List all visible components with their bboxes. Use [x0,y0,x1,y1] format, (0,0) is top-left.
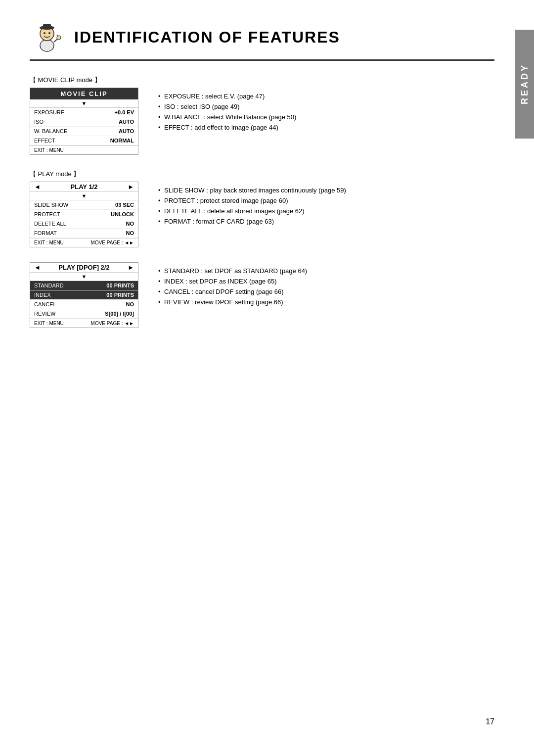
dpof-descriptions: STANDARD : set DPOF as STANDARD (page 64… [158,262,494,309]
table-row: W. BALANCE AUTO [30,127,138,136]
table-row: PROTECT UNLOCK [30,210,138,219]
dpof-menu: ◄ PLAY [DPOF] 2/2 ► ▼ STANDARD 00 PRINTS… [30,262,138,328]
table-row: SLIDE SHOW 03 SEC [30,200,138,210]
character-icon [30,20,64,54]
row-value: AUTO [119,128,134,134]
movie-clip-footer: EXIT : MENU [30,145,138,154]
row-value: 03 SEC [115,202,134,208]
footer-exit: EXIT : MENU [34,321,64,326]
movie-clip-desc-list: EXPOSURE : select E.V. (page 47) ISO : s… [158,93,494,131]
row-value: NO [126,301,134,307]
list-item: FORMAT : format CF CARD (page 63) [158,218,494,225]
nav-left-arrow: ◄ [34,264,41,271]
table-row: EFFECT NORMAL [30,136,138,145]
list-item: DELETE ALL : delete all stored images (p… [158,207,494,215]
row-label: W. BALANCE [34,128,67,134]
play-menu: ◄ PLAY 1/2 ► ▼ SLIDE SHOW 03 SEC PROTECT… [30,182,138,247]
table-row: FORMAT NO [30,229,138,238]
play-section-label: 【 PLAY mode 】 [30,170,494,179]
footer-move: MOVE PAGE : ◄► [91,321,134,326]
row-value: NO [126,221,134,227]
movie-clip-section-label: 【 MOVIE CLIP mode 】 [30,76,494,85]
page-title: IDENTIFICATION OF FEATURES [74,28,340,47]
row-label: INDEX [34,292,51,298]
nav-right-arrow: ► [128,183,134,190]
nav-left-arrow: ◄ [34,183,41,190]
row-value: UNLOCK [111,211,134,217]
row-label: SLIDE SHOW [34,202,68,208]
row-label: ISO [34,119,44,125]
nav-right-arrow: ► [128,264,134,271]
footer-exit: EXIT : MENU [34,147,64,153]
movie-clip-menu-box: MOVIE CLIP ▼ EXPOSURE +0.0 EV ISO AUTO W… [30,88,138,155]
row-value: 00 PRINTS [106,292,134,298]
dpof-menu-header-nav: ◄ PLAY [DPOF] 2/2 ► [30,263,138,273]
play-desc-list: SLIDE SHOW : play back stored images con… [158,187,494,225]
page-header: IDENTIFICATION OF FEATURES [30,20,494,61]
table-row: DELETE ALL NO [30,219,138,229]
list-item: INDEX : set DPOF as INDEX (page 65) [158,278,494,285]
dpof-arrow: ▼ [30,273,138,281]
row-label: DELETE ALL [34,221,66,227]
dpof-footer: EXIT : MENU MOVE PAGE : ◄► [30,319,138,328]
movie-clip-arrow: ▼ [30,99,138,108]
play-section: ◄ PLAY 1/2 ► ▼ SLIDE SHOW 03 SEC PROTECT… [30,182,494,247]
row-label: FORMAT [34,230,57,236]
table-row: STANDARD 00 PRINTS [30,281,138,290]
table-row: INDEX 00 PRINTS [30,290,138,300]
footer-move: MOVE PAGE : ◄► [91,240,134,245]
dpof-desc-list: STANDARD : set DPOF as STANDARD (page 64… [158,267,494,306]
row-value: AUTO [119,119,134,125]
play-footer: EXIT : MENU MOVE PAGE : ◄► [30,238,138,247]
play-descriptions: SLIDE SHOW : play back stored images con… [158,182,494,228]
dpof-section: ◄ PLAY [DPOF] 2/2 ► ▼ STANDARD 00 PRINTS… [30,262,494,328]
list-item: REVIEW : review DPOF setting (page 66) [158,298,494,306]
row-label: EXPOSURE [34,109,64,115]
list-item: ISO : select ISO (page 49) [158,103,494,110]
play-menu-header-nav: ◄ PLAY 1/2 ► [30,182,138,192]
footer-exit: EXIT : MENU [34,240,64,245]
play-arrow: ▼ [30,192,138,200]
svg-rect-3 [43,24,51,28]
list-item: CANCEL : cancel DPOF setting (page 66) [158,288,494,295]
table-row: EXPOSURE +0.0 EV [30,108,138,117]
list-item: EXPOSURE : select E.V. (page 47) [158,93,494,100]
row-value: 00 PRINTS [106,283,134,288]
dpof-menu-box: ◄ PLAY [DPOF] 2/2 ► ▼ STANDARD 00 PRINTS… [30,262,138,328]
row-label: EFFECT [34,138,55,143]
play-menu-box: ◄ PLAY 1/2 ► ▼ SLIDE SHOW 03 SEC PROTECT… [30,182,138,247]
row-value: +0.0 EV [115,109,134,115]
table-row: REVIEW S[00] / I[00] [30,309,138,319]
row-value: S[00] / I[00] [105,311,134,317]
movie-clip-menu: MOVIE CLIP ▼ EXPOSURE +0.0 EV ISO AUTO W… [30,88,138,155]
svg-point-0 [40,40,54,51]
list-item: SLIDE SHOW : play back stored images con… [158,187,494,194]
list-item: STANDARD : set DPOF as STANDARD (page 64… [158,267,494,275]
list-item: EFFECT : add effect to image (page 44) [158,124,494,131]
row-label: CANCEL [34,301,56,307]
page-number: 17 [486,717,494,726]
row-label: PROTECT [34,211,60,217]
nav-title: PLAY 1/2 [71,183,98,190]
movie-clip-section: MOVIE CLIP ▼ EXPOSURE +0.0 EV ISO AUTO W… [30,88,494,155]
table-row: CANCEL NO [30,300,138,309]
row-value: NO [126,230,134,236]
list-item: PROTECT : protect stored image (page 60) [158,197,494,204]
nav-title: PLAY [DPOF] 2/2 [58,264,109,271]
row-label: STANDARD [34,283,64,288]
svg-point-5 [48,32,50,34]
list-item: W.BALANCE : select White Balance (page 5… [158,113,494,121]
movie-clip-descriptions: EXPOSURE : select E.V. (page 47) ISO : s… [158,88,494,134]
table-row: ISO AUTO [30,117,138,127]
row-value: NORMAL [110,138,134,143]
svg-point-4 [44,32,45,34]
movie-clip-menu-header: MOVIE CLIP [30,88,138,99]
row-label: REVIEW [34,311,55,317]
